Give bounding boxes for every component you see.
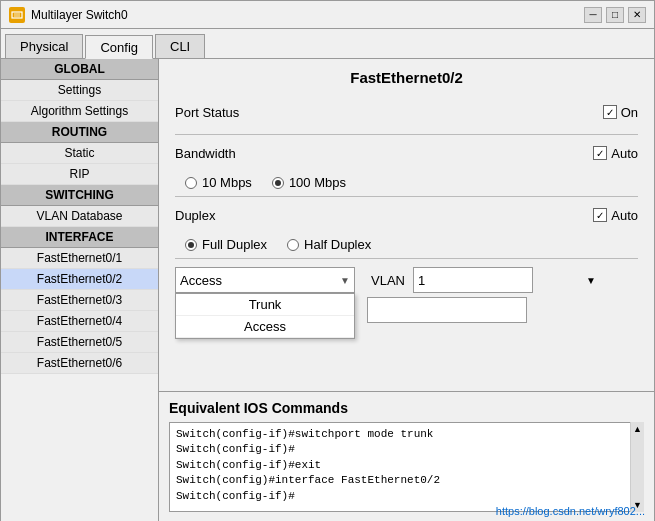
port-status-label: Port Status [175, 105, 315, 120]
title-bar: Multilayer Switch0 ─ □ ✕ [0, 0, 655, 28]
sidebar-item-static[interactable]: Static [1, 143, 158, 164]
sidebar-section-switching: SWITCHING [1, 185, 158, 206]
ios-line-1: Switch(config-if)#switchport mode trunk [176, 427, 637, 442]
port-status-row: Port Status ✓ On [175, 100, 638, 124]
sidebar-item-settings[interactable]: Settings [1, 80, 158, 101]
vlan-input-wrapper: ▼ [413, 267, 533, 293]
main-panel: FastEthernet0/2 Port Status ✓ On Bandwid… [159, 59, 654, 391]
vlan-dropdown-row: Access ▼ Trunk Access VLAN [175, 267, 638, 293]
vlan-mode-section: Access ▼ Trunk Access VLAN [175, 267, 638, 323]
sidebar-section-global: GLOBAL [1, 59, 158, 80]
sidebar-item-fastethernet03[interactable]: FastEthernet0/3 [1, 290, 158, 311]
app-icon [9, 7, 25, 23]
bandwidth-100mbps-label: 100 Mbps [289, 175, 346, 190]
duplex-full[interactable]: Full Duplex [185, 237, 267, 252]
divider-1 [175, 134, 638, 135]
radio-full-duplex[interactable] [185, 239, 197, 251]
radio-10mbps[interactable] [185, 177, 197, 189]
vlan-mode-selected: Access [180, 273, 222, 288]
svg-rect-0 [12, 12, 22, 18]
bandwidth-label: Bandwidth [175, 146, 315, 161]
sidebar-item-fastethernet01[interactable]: FastEthernet0/1 [1, 248, 158, 269]
footer-link[interactable]: https://blog.csdn.net/wryf802... [496, 505, 645, 517]
bandwidth-value: Auto [611, 146, 638, 161]
maximize-button[interactable]: □ [606, 7, 624, 23]
close-button[interactable]: ✕ [628, 7, 646, 23]
radio-half-duplex[interactable] [287, 239, 299, 251]
sidebar-item-vlan-database[interactable]: VLAN Database [1, 206, 158, 227]
window-title: Multilayer Switch0 [31, 8, 128, 22]
ios-scroll-up[interactable]: ▲ [633, 424, 642, 434]
bandwidth-100mbps[interactable]: 100 Mbps [272, 175, 346, 190]
main-window: Physical Config CLI GLOBAL Settings Algo… [0, 28, 655, 521]
ios-title: Equivalent IOS Commands [169, 400, 644, 416]
ios-line-5: Switch(config-if)# [176, 489, 637, 504]
sidebar-item-fastethernet05[interactable]: FastEthernet0/5 [1, 332, 158, 353]
sidebar-item-algorithm-settings[interactable]: Algorithm Settings [1, 101, 158, 122]
tab-config[interactable]: Config [85, 35, 153, 59]
ios-console[interactable]: Switch(config-if)#switchport mode trunk … [169, 422, 644, 512]
sidebar-item-fastethernet04[interactable]: FastEthernet0/4 [1, 311, 158, 332]
duplex-value: Auto [611, 208, 638, 223]
duplex-row: Duplex ✓ Auto [175, 203, 638, 227]
duplex-full-label: Full Duplex [202, 237, 267, 252]
sidebar: GLOBAL Settings Algorithm Settings ROUTI… [1, 59, 159, 521]
duplex-control: ✓ Auto [315, 208, 638, 223]
vlan-option-access[interactable]: Access [176, 316, 354, 338]
sidebar-section-interface: INTERFACE [1, 227, 158, 248]
minimize-button[interactable]: ─ [584, 7, 602, 23]
vlan-mode-dropdown-wrapper: Access ▼ Trunk Access [175, 267, 355, 293]
sidebar-item-fastethernet06[interactable]: FastEthernet0/6 [1, 353, 158, 374]
sidebar-item-rip[interactable]: RIP [1, 164, 158, 185]
duplex-checkbox[interactable]: ✓ [593, 208, 607, 222]
divider-3 [175, 258, 638, 259]
bandwidth-checkbox[interactable]: ✓ [593, 146, 607, 160]
vlan-mode-arrow: ▼ [340, 275, 350, 286]
duplex-label: Duplex [175, 208, 315, 223]
vlan-option-trunk[interactable]: Trunk [176, 294, 354, 316]
port-status-checkbox[interactable]: ✓ [603, 105, 617, 119]
vlan-mode-popup: Trunk Access [175, 293, 355, 339]
ios-line-3: Switch(config-if)#exit [176, 458, 637, 473]
duplex-half-label: Half Duplex [304, 237, 371, 252]
radio-100mbps[interactable] [272, 177, 284, 189]
bandwidth-10mbps[interactable]: 10 Mbps [185, 175, 252, 190]
port-status-value: On [621, 105, 638, 120]
vlan-input-section: VLAN ▼ [371, 267, 533, 293]
sidebar-section-routing: ROUTING [1, 122, 158, 143]
bandwidth-10mbps-label: 10 Mbps [202, 175, 252, 190]
panel-title: FastEthernet0/2 [175, 69, 638, 86]
vlan-value-box [367, 297, 527, 323]
bandwidth-checkbox-row: ✓ Auto [593, 146, 638, 161]
vlan-mode-dropdown[interactable]: Access ▼ [175, 267, 355, 293]
port-status-checkbox-row: ✓ On [603, 105, 638, 120]
port-status-control: ✓ On [315, 105, 638, 120]
content-area: GLOBAL Settings Algorithm Settings ROUTI… [1, 59, 654, 521]
bandwidth-row: Bandwidth ✓ Auto [175, 141, 638, 165]
ios-line-2: Switch(config-if)# [176, 442, 637, 457]
ios-console-wrapper: Switch(config-if)#switchport mode trunk … [169, 422, 644, 512]
bandwidth-options: 10 Mbps 100 Mbps [175, 175, 638, 190]
tab-bar: Physical Config CLI [1, 29, 654, 59]
bandwidth-control: ✓ Auto [315, 146, 638, 161]
window-controls: ─ □ ✕ [584, 7, 646, 23]
sidebar-item-fastethernet02[interactable]: FastEthernet0/2 [1, 269, 158, 290]
vlan-label: VLAN [371, 273, 405, 288]
ios-scrollbar[interactable]: ▲ ▼ [630, 422, 644, 512]
vlan-input-arrow[interactable]: ▼ [586, 275, 596, 286]
ios-line-4: Switch(config)#interface FastEthernet0/2 [176, 473, 637, 488]
duplex-half[interactable]: Half Duplex [287, 237, 371, 252]
tab-cli[interactable]: CLI [155, 34, 205, 58]
ios-section: Equivalent IOS Commands Switch(config-if… [159, 391, 654, 521]
tab-physical[interactable]: Physical [5, 34, 83, 58]
duplex-options: Full Duplex Half Duplex [175, 237, 638, 252]
divider-2 [175, 196, 638, 197]
duplex-checkbox-row: ✓ Auto [593, 208, 638, 223]
vlan-value-input[interactable] [418, 273, 586, 288]
